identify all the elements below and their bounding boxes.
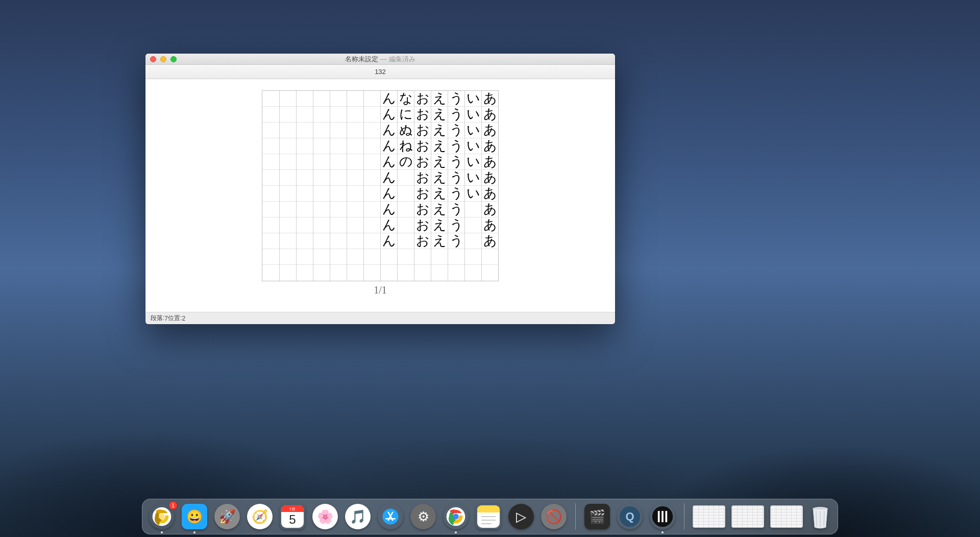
manuscript-cell[interactable] bbox=[448, 249, 465, 265]
manuscript-cell[interactable]: い bbox=[465, 123, 482, 138]
manuscript-cell[interactable] bbox=[280, 91, 297, 107]
manuscript-cell[interactable]: う bbox=[448, 186, 465, 202]
manuscript-cell[interactable]: あ bbox=[482, 154, 499, 170]
manuscript-column[interactable]: いいいいいいい bbox=[464, 91, 481, 281]
manuscript-cell[interactable]: え bbox=[431, 233, 448, 249]
manuscript-cell[interactable] bbox=[297, 249, 313, 265]
manuscript-column[interactable] bbox=[363, 91, 380, 281]
manuscript-cell[interactable] bbox=[364, 154, 381, 170]
manuscript-cell[interactable]: ん bbox=[381, 217, 398, 233]
manuscript-cell[interactable] bbox=[297, 217, 313, 233]
manuscript-cell[interactable] bbox=[330, 217, 347, 233]
dock-app-chrome[interactable] bbox=[443, 503, 469, 530]
dock-app-launchpad[interactable]: 🚀 bbox=[214, 503, 240, 530]
manuscript-cell[interactable]: あ bbox=[482, 91, 499, 107]
manuscript-cell[interactable]: ね bbox=[398, 138, 414, 154]
dock-app-screensaver[interactable]: 🚫 bbox=[541, 503, 567, 530]
manuscript-cell[interactable] bbox=[262, 154, 279, 170]
manuscript-column[interactable]: ああああああああああ bbox=[481, 91, 498, 281]
manuscript-cell[interactable] bbox=[347, 202, 364, 217]
manuscript-cell[interactable] bbox=[280, 249, 297, 265]
manuscript-column[interactable] bbox=[262, 91, 279, 281]
manuscript-cell[interactable] bbox=[262, 123, 279, 138]
manuscript-cell[interactable]: あ bbox=[482, 186, 499, 202]
titlebar[interactable]: 名称未設定 — 編集済み bbox=[145, 54, 615, 65]
manuscript-cell[interactable] bbox=[347, 123, 364, 138]
manuscript-cell[interactable] bbox=[465, 265, 482, 281]
manuscript-cell[interactable]: う bbox=[448, 154, 465, 170]
manuscript-cell[interactable] bbox=[262, 170, 279, 186]
manuscript-cell[interactable] bbox=[398, 249, 414, 265]
manuscript-cell[interactable] bbox=[297, 186, 313, 202]
manuscript-cell[interactable] bbox=[398, 265, 414, 281]
manuscript-cell[interactable] bbox=[313, 154, 330, 170]
minimized-window[interactable] bbox=[693, 505, 725, 528]
manuscript-cell[interactable] bbox=[347, 170, 364, 186]
manuscript-cell[interactable] bbox=[262, 138, 279, 154]
manuscript-cell[interactable] bbox=[280, 217, 297, 233]
manuscript-cell[interactable]: ん bbox=[381, 233, 398, 249]
manuscript-cell[interactable] bbox=[313, 265, 330, 281]
manuscript-cell[interactable]: あ bbox=[482, 233, 499, 249]
manuscript-cell[interactable]: あ bbox=[482, 170, 499, 186]
manuscript-cell[interactable]: う bbox=[448, 138, 465, 154]
manuscript-cell[interactable]: お bbox=[414, 202, 431, 217]
manuscript-cell[interactable]: え bbox=[431, 154, 448, 170]
manuscript-cell[interactable] bbox=[364, 265, 381, 281]
manuscript-cell[interactable] bbox=[280, 186, 297, 202]
manuscript-cell[interactable] bbox=[482, 249, 499, 265]
manuscript-cell[interactable] bbox=[280, 107, 297, 123]
dock-app-safari[interactable]: 🧭 bbox=[247, 503, 273, 530]
manuscript-cell[interactable] bbox=[330, 233, 347, 249]
manuscript-cell[interactable] bbox=[347, 91, 364, 107]
manuscript-cell[interactable] bbox=[280, 233, 297, 249]
manuscript-cell[interactable]: あ bbox=[482, 123, 499, 138]
manuscript-cell[interactable]: あ bbox=[482, 202, 499, 217]
manuscript-cell[interactable] bbox=[414, 265, 431, 281]
manuscript-cell[interactable] bbox=[330, 265, 347, 281]
dock-app-photos[interactable]: 🌸 bbox=[312, 503, 338, 530]
manuscript-cell[interactable] bbox=[364, 107, 381, 123]
manuscript-cell[interactable]: お bbox=[414, 107, 431, 123]
manuscript-cell[interactable] bbox=[297, 202, 313, 217]
manuscript-cell[interactable] bbox=[280, 154, 297, 170]
manuscript-cell[interactable]: う bbox=[448, 91, 465, 107]
manuscript-column[interactable]: なにぬねの bbox=[397, 91, 414, 281]
manuscript-cell[interactable]: お bbox=[414, 154, 431, 170]
manuscript-cell[interactable]: ん bbox=[381, 91, 398, 107]
manuscript-cell[interactable] bbox=[347, 107, 364, 123]
manuscript-cell[interactable] bbox=[465, 217, 482, 233]
manuscript-cell[interactable] bbox=[330, 186, 347, 202]
manuscript-cell[interactable] bbox=[262, 249, 279, 265]
manuscript-cell[interactable] bbox=[262, 186, 279, 202]
manuscript-cell[interactable]: に bbox=[398, 107, 414, 123]
manuscript-cell[interactable] bbox=[364, 217, 381, 233]
close-button[interactable] bbox=[150, 56, 156, 62]
manuscript-cell[interactable] bbox=[347, 249, 364, 265]
manuscript-cell[interactable] bbox=[364, 138, 381, 154]
manuscript-column[interactable] bbox=[296, 91, 313, 281]
dock-app-itunes[interactable]: 🎵 bbox=[345, 503, 371, 530]
manuscript-cell[interactable]: お bbox=[414, 91, 431, 107]
manuscript-cell[interactable] bbox=[262, 107, 279, 123]
manuscript-cell[interactable] bbox=[262, 233, 279, 249]
manuscript-cell[interactable]: い bbox=[465, 186, 482, 202]
manuscript-cell[interactable]: い bbox=[465, 154, 482, 170]
manuscript-cell[interactable] bbox=[297, 170, 313, 186]
dock-app-player[interactable]: ▷ bbox=[508, 503, 534, 530]
manuscript-cell[interactable] bbox=[330, 91, 347, 107]
manuscript-cell[interactable]: ん bbox=[381, 202, 398, 217]
manuscript-cell[interactable] bbox=[297, 107, 313, 123]
manuscript-cell[interactable]: い bbox=[465, 91, 482, 107]
trash-icon[interactable] bbox=[809, 504, 831, 529]
manuscript-cell[interactable]: ぬ bbox=[398, 123, 414, 138]
manuscript-cell[interactable] bbox=[364, 186, 381, 202]
manuscript-cell[interactable] bbox=[448, 265, 465, 281]
manuscript-cell[interactable] bbox=[465, 202, 482, 217]
manuscript-cell[interactable] bbox=[262, 217, 279, 233]
manuscript-cell[interactable] bbox=[398, 217, 414, 233]
manuscript-cell[interactable] bbox=[364, 202, 381, 217]
dock-app-final-cut[interactable]: 🎬 bbox=[584, 503, 610, 530]
manuscript-cell[interactable] bbox=[262, 265, 279, 281]
manuscript-cell[interactable] bbox=[347, 138, 364, 154]
